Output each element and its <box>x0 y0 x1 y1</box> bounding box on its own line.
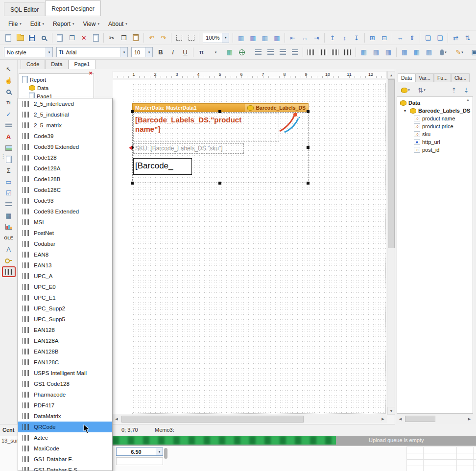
barcode-menu-item[interactable]: EAN8 <box>18 249 112 260</box>
cell-align-center-button[interactable]: ▦ <box>411 47 423 58</box>
menu-about[interactable]: About▾ <box>104 19 132 29</box>
close-panel-button[interactable]: ✕ <box>89 71 93 76</box>
field-order-asc-button[interactable]: ⇡ <box>448 85 460 95</box>
window-tab-sql-editor[interactable]: SQL Editor <box>4 2 45 16</box>
new-page-button[interactable] <box>54 32 66 43</box>
memo-sku[interactable]: SKU: [Barcode_Labels_DS."sku"] <box>133 143 244 154</box>
text-align-center-button[interactable] <box>264 47 276 58</box>
key-object-button[interactable] <box>2 255 16 266</box>
align-lefts-button[interactable]: ⇤ <box>287 32 298 43</box>
panel-tab-cla[interactable]: Cla... <box>451 73 470 82</box>
scroll-left-button[interactable]: ◀ <box>397 415 404 423</box>
band-object-button[interactable] <box>2 120 16 131</box>
grid-size-button[interactable]: ▦ <box>271 32 283 43</box>
line-object-button[interactable] <box>2 199 16 210</box>
richtext-object-button[interactable]: A <box>2 131 16 142</box>
tree-field-product-name[interactable]: .0product name <box>398 115 472 122</box>
text-align-right-button[interactable] <box>277 47 288 58</box>
barcode-menu-item[interactable]: DataMatrix <box>18 411 112 422</box>
sort-fields-button[interactable]: ⇅▾ <box>414 85 429 95</box>
barcode-menu-item[interactable]: EAN128 <box>18 325 112 335</box>
barcode-menu-item[interactable]: Code39 <box>18 131 112 141</box>
fill-color-button[interactable]: ▾ <box>435 47 451 58</box>
paste-button[interactable] <box>130 32 141 43</box>
text-object-button[interactable]: Tt <box>2 97 16 108</box>
cut-button[interactable]: ✂ <box>106 32 117 43</box>
selection-handle[interactable] <box>307 146 309 149</box>
tree-field-http_url[interactable]: Ahttp_url <box>398 138 472 146</box>
barcode-menu-item[interactable]: GS1 Databar E.S. <box>18 465 112 471</box>
copy-page-button[interactable]: ❐ <box>66 32 77 43</box>
scroll-down-button[interactable]: ▼ <box>387 407 395 415</box>
align-tops-button[interactable]: ↥ <box>327 32 338 43</box>
undo-button[interactable]: ↶ <box>146 32 157 43</box>
barcode-menu-item[interactable]: UPC_E0 <box>18 282 112 292</box>
barcode-menu-item[interactable]: MaxiCode <box>18 443 112 454</box>
chart-object-button[interactable] <box>2 221 16 232</box>
barcode-orientation-180-button[interactable] <box>330 47 341 58</box>
table-object-button[interactable]: ▦ <box>2 210 16 221</box>
delete-page-button[interactable]: ✕ <box>78 32 90 43</box>
hyperlink-button[interactable] <box>236 47 248 58</box>
cell-align-right-button[interactable]: ▦ <box>423 47 435 58</box>
picture-object-button[interactable] <box>2 142 16 153</box>
font-size-combobox[interactable]: 10 ▾ <box>131 47 153 57</box>
align-rights-button[interactable]: ⇥ <box>311 32 322 43</box>
barcode-menu-item[interactable]: 2_5_interleaved <box>18 98 112 109</box>
conditional-format-button[interactable]: ▦ <box>224 47 236 58</box>
show-grid-button[interactable]: ▦ <box>235 32 246 43</box>
report-tree-item-data[interactable]: Data <box>20 84 93 92</box>
redo-button[interactable]: ↷ <box>158 32 169 43</box>
select-tool-button[interactable]: ↖ <box>2 64 16 74</box>
vertical-scroll-thumb[interactable] <box>388 79 395 248</box>
panel-scroll-thumb[interactable] <box>405 416 435 422</box>
tree-item-datasource[interactable]: ▾Barcode_Labels_DS <box>398 107 472 115</box>
ungroup-selection-button[interactable] <box>186 32 197 43</box>
scroll-up-button[interactable]: ▲ <box>387 71 395 79</box>
bring-to-front-button[interactable]: ❏ <box>422 32 433 43</box>
tree-field-post_id[interactable]: .0post_id <box>398 146 472 154</box>
report-tree-item-report[interactable]: Report <box>20 75 93 84</box>
arrange-extra-button[interactable]: ⇅ <box>462 32 474 43</box>
snap-to-grid-button[interactable]: ▦ <box>247 32 259 43</box>
align-middles-button[interactable]: ↕ <box>339 32 350 43</box>
barcode-object[interactable]: [Barcode_ <box>133 158 192 175</box>
border-style-button[interactable]: ▣▾ <box>468 47 476 58</box>
copy-button[interactable]: ❐ <box>118 32 129 43</box>
barcode-menu-item[interactable]: UPC_A <box>18 271 112 282</box>
barcode-menu-item[interactable]: Aztec <box>18 432 112 443</box>
barcode-menu-item[interactable]: QRCode <box>18 422 112 432</box>
barcode-menu-item[interactable]: Code93 Extended <box>18 206 112 217</box>
total-object-button[interactable]: Σ <box>2 165 16 176</box>
send-to-back-button[interactable]: ❑ <box>434 32 446 43</box>
panel-tab-fu[interactable]: Fu... <box>434 73 451 82</box>
cell-align-top-button[interactable]: ▦ <box>358 47 370 58</box>
preview-report-button[interactable] <box>38 32 49 43</box>
scroll-right-button[interactable]: ▶ <box>379 415 387 423</box>
selection-handle[interactable] <box>218 110 221 113</box>
text-settings-button[interactable]: Tt <box>195 47 207 58</box>
mini-scroll-thumb[interactable] <box>164 448 167 459</box>
barcode-orientation-90-button[interactable] <box>317 47 329 58</box>
text-align-left-button[interactable] <box>252 47 264 58</box>
open-report-button[interactable] <box>14 32 25 43</box>
style-combobox[interactable]: No style ▾ <box>4 47 53 57</box>
arrange-swap-button[interactable]: ⇄ <box>450 32 461 43</box>
window-tab-report-designer[interactable]: Report Designer <box>45 0 100 16</box>
datasource-button[interactable]: ▾ <box>398 85 413 95</box>
same-height-button[interactable]: ⇕ <box>406 32 418 43</box>
ole-object-button[interactable]: OLE <box>2 233 16 243</box>
new-report-button[interactable] <box>2 32 14 43</box>
save-report-button[interactable] <box>26 32 38 43</box>
barcode-menu-item[interactable]: PDF417 <box>18 400 112 411</box>
barcode-object-button[interactable] <box>2 266 16 277</box>
selection-handle[interactable] <box>131 110 134 113</box>
tree-scroll-up-icon[interactable]: ▲ <box>466 98 470 101</box>
hand-tool-button[interactable]: ☝ <box>2 75 16 86</box>
barcode-menu-item[interactable]: Code128B <box>18 174 112 185</box>
field-order-desc-button[interactable]: ⇣ <box>460 85 472 95</box>
panel-tab-var[interactable]: Var... <box>415 73 434 82</box>
line-color-button[interactable]: ✎▾ <box>452 47 467 58</box>
scroll-left-button[interactable]: ◀ <box>113 415 120 423</box>
barcode-menu-item[interactable]: PostNet <box>18 228 112 238</box>
